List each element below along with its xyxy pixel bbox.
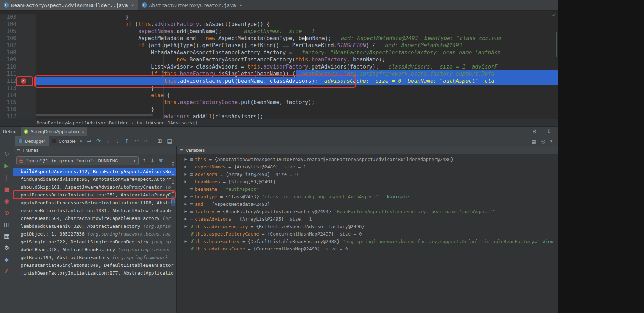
editor-tab-beanfactory[interactable]: C BeanFactoryAspectJAdvisorsBuilder..jav… — [0, 0, 138, 10]
filter-frames-icon[interactable]: ▼ — [157, 156, 165, 166]
code-line[interactable]: 109 new BeanFactoryAspectInstanceFactory… — [0, 56, 558, 63]
thread-dump-icon[interactable]: ◫ — [4, 218, 9, 230]
stack-frame[interactable]: lambda$doGetBean$0:320, AbstractBeanFact… — [13, 222, 176, 230]
stack-frame[interactable]: doGetBean:318, AbstractBeanFactory (org.… — [13, 246, 176, 254]
code-line[interactable]: 108 MetadataAwareAspectInstanceFactory f… — [0, 49, 558, 56]
variable-row[interactable]: ▶≡beanNames = {String[69]@2491} — [177, 178, 558, 185]
close-tab-icon[interactable]: × — [239, 2, 242, 8]
settings-gear-icon[interactable]: ⚙ — [530, 127, 540, 136]
expand-arrow-icon[interactable]: ▶ — [183, 193, 189, 200]
breadcrumb-class[interactable]: BeanFactoryAspectJAdvisorsBuilder — [37, 120, 128, 125]
code-line[interactable]: 104 if (this.advisorFactory.isAspect(bea… — [0, 21, 558, 28]
line-number[interactable]: 103 — [0, 14, 36, 21]
variable-row[interactable]: ▶fthis.advisorFactory = {ReflectiveAspec… — [177, 223, 558, 230]
line-number[interactable]: 116 — [0, 106, 36, 113]
variable-row[interactable]: fthis.advisorsCache = {ConcurrentHashMap… — [177, 245, 558, 253]
breadcrumb-method[interactable]: buildAspectJAdvisors() — [137, 120, 198, 125]
line-number[interactable]: 105 — [0, 28, 36, 35]
code-line[interactable]: 106 AspectMetadata amd = new AspectMetad… — [0, 35, 558, 42]
collapse-panel-icon[interactable]: ↧ — [544, 127, 553, 136]
restore-layout-icon[interactable]: ▦ — [4, 230, 9, 242]
code-line[interactable]: 114 else { — [0, 92, 558, 99]
breakpoint-icon[interactable]: ✓ — [21, 78, 26, 84]
code-editor[interactable]: 103 }104 if (this.advisorFactory.isAspec… — [0, 11, 558, 119]
run-config-tab[interactable]: SpringDemoApplication × — [21, 127, 87, 136]
tab-console[interactable]: Console — [49, 136, 79, 146]
variable-row[interactable]: ▶fthis.beanFactory = {DefaultListableBea… — [177, 238, 558, 245]
run-to-cursor-icon[interactable]: ↦ — [141, 136, 151, 146]
rerun-debug-icon[interactable]: ↻ — [4, 148, 9, 160]
prev-frame-icon[interactable]: ↑ — [140, 156, 148, 166]
scroll-down-icon[interactable]: ↧ — [171, 178, 175, 187]
code-line[interactable]: 112✓ this.advisorsCache.put(beanName, cl… — [0, 77, 558, 85]
export-frames-icon[interactable]: ↧ — [171, 160, 175, 169]
layout-settings-icon[interactable]: ▦ — [529, 136, 539, 146]
horizontal-scrollbar[interactable] — [36, 114, 153, 116]
editor-tab-abstractautoproxy[interactable]: C AbstractAutoProxyCreator.java × — [138, 0, 246, 10]
stack-frame[interactable]: finishBeanFactoryInitialization:877, Abs… — [13, 269, 176, 277]
frames-options-icon[interactable]: ≣ — [171, 187, 175, 196]
line-number[interactable]: 113 — [0, 85, 36, 92]
variable-row[interactable]: ▶≡classAdvisors = {ArrayList@2495} size … — [177, 215, 558, 223]
code-line[interactable]: 107 if (amd.getAjType().getPerClause().g… — [0, 42, 558, 49]
resume-program-icon[interactable]: ▶ — [4, 160, 9, 172]
stack-frame[interactable]: postProcessBeforeInstantiation:251, Abst… — [13, 191, 176, 199]
drop-frame-icon[interactable]: ↩ — [131, 136, 141, 146]
stack-frame[interactable]: createBean:504, AbstractAutowireCapableB… — [13, 215, 176, 222]
expand-arrow-icon[interactable]: ▶ — [183, 223, 189, 230]
step-over-icon[interactable]: ↷ — [94, 136, 103, 146]
pin-tab-icon[interactable]: ◎ — [539, 136, 547, 146]
variable-row[interactable]: ▶≡factory = {BeanFactoryAspectInstanceFa… — [177, 208, 558, 215]
expand-arrow-icon[interactable]: ▶ — [183, 238, 189, 245]
evaluate-expression-icon[interactable]: ⊞ — [155, 136, 165, 146]
snapshot-icon[interactable]: ◫ — [171, 196, 175, 206]
line-number[interactable]: 110 — [0, 63, 36, 70]
code-line[interactable]: 116 } — [0, 106, 558, 113]
force-step-into-icon[interactable]: ⇩ — [113, 136, 122, 146]
close-tab-icon[interactable]: × — [131, 2, 134, 8]
code-line[interactable]: 103 } — [0, 14, 558, 21]
next-frame-icon[interactable]: ↓ — [148, 156, 157, 166]
variable-row[interactable]: ▶≡advisors = {ArrayList@2490} size = 0 — [177, 171, 558, 178]
expand-arrow-icon[interactable]: ▶ — [183, 208, 189, 215]
variable-row[interactable]: ▶≡beanType = {Class@2453} "class com.nuo… — [177, 193, 558, 200]
step-into-icon[interactable]: ↓ — [103, 136, 113, 146]
line-number[interactable]: 111 — [0, 70, 36, 77]
code-line[interactable]: 110 List<Advisor> classAdvisors = this.a… — [0, 63, 558, 70]
show-execution-point-icon[interactable]: ⇒ — [85, 136, 94, 146]
chevron-down-icon[interactable]: ▼ — [133, 159, 136, 162]
stack-frame[interactable]: getSingleton:222, DefaultSingletonBeanRe… — [13, 238, 176, 246]
line-number[interactable]: 106 — [0, 35, 36, 42]
step-out-icon[interactable]: ↑ — [122, 136, 132, 146]
code-line[interactable]: 113 } — [0, 85, 558, 92]
expand-arrow-icon[interactable]: ▶ — [183, 178, 189, 185]
debug-settings-icon[interactable]: ⚙ — [4, 242, 9, 254]
stack-frame[interactable]: applyBeanPostProcessorsBeforeInstantiati… — [13, 199, 176, 207]
line-number[interactable]: 114 — [0, 92, 36, 99]
analyze-stacktrace-icon[interactable]: ◆ — [4, 254, 9, 265]
tab-debugger[interactable]: Debugger — [15, 136, 49, 146]
code-line[interactable]: 115 this.aspectFactoryCache.put(beanName… — [0, 99, 558, 106]
mute-breakpoints-icon[interactable]: ⊘ — [4, 207, 9, 218]
stack-frame[interactable]: buildAspectJAdvisors:112, BeanFactoryAsp… — [13, 168, 176, 176]
variable-row[interactable]: ▶≡this = {AnnotationAwareAspectJAutoProx… — [177, 156, 558, 163]
thread-selector[interactable]: "main"@1 in group "main": RUNNING ▼ — [16, 156, 139, 165]
expand-arrow-icon[interactable]: ▶ — [183, 156, 189, 163]
variable-row[interactable]: ≡beanName = "authAspect" — [177, 185, 558, 193]
view-breakpoints-icon[interactable]: ◉ — [4, 195, 9, 207]
expand-arrow-icon[interactable]: ▶ — [183, 200, 189, 208]
stack-frame[interactable]: findCandidateAdvisors:95, AnnotationAwar… — [13, 176, 176, 183]
stack-frame[interactable]: preInstantiateSingletons:849, DefaultLis… — [13, 261, 176, 269]
stack-frame[interactable]: shouldSkip:101, AspectJAwareAdvisorAutoP… — [13, 183, 176, 191]
close-debug-icon[interactable]: ✗ — [4, 265, 9, 277]
line-number[interactable]: 108 — [0, 49, 36, 56]
variable-row[interactable]: ▶≡amd = {AspectMetadata@2493} — [177, 200, 558, 208]
inspections-ok-icon[interactable]: ✓ — [552, 11, 556, 18]
pause-program-icon[interactable]: ‖ — [5, 172, 8, 183]
expand-arrow-icon[interactable]: ▶ — [183, 171, 189, 178]
line-number[interactable]: 117 — [0, 113, 36, 119]
hide-tabs-icon[interactable]: — — [551, 2, 555, 7]
stop-icon[interactable]: ■ — [4, 183, 9, 195]
line-number[interactable]: 104 — [0, 21, 36, 28]
settings-filter-icon[interactable]: ▤ — [164, 136, 174, 146]
